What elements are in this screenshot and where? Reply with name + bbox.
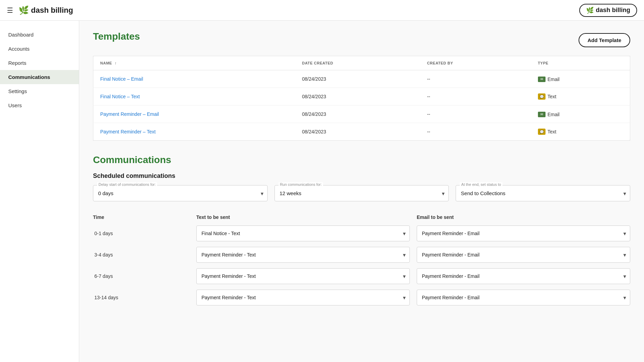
schedule-row: 13-14 daysFinal Notice - TextPayment Rem… [93,290,630,305]
text-dropdown-group: Final Notice - TextPayment Reminder - Te… [196,268,410,284]
col-created-by: CREATED BY [420,56,531,70]
end-status-label: At the end, set status to [460,182,502,187]
run-select[interactable]: 4 weeks8 weeks12 weeks16 weeks24 weeks [274,185,449,201]
main-content: Templates Add Template NAME ↑ DATE CREAT… [79,21,644,362]
brand-logo-text: dash billing [596,7,630,14]
schedule-time-label: 6-7 days [93,273,189,279]
run-dropdown-group: Run communications for: 4 weeks8 weeks12… [274,185,449,201]
text-select-1[interactable]: Final Notice - TextPayment Reminder - Te… [196,247,410,263]
delay-select[interactable]: 0 days1 day2 days3 days7 days [93,185,268,201]
template-date-cell: 08/24/2023 [295,70,420,88]
text-select-2[interactable]: Final Notice - TextPayment Reminder - Te… [196,268,410,284]
schedule-config-row: Delay start of communications for: 0 day… [93,185,630,201]
logo: 🌿 dash billing [19,6,73,15]
schedule-row: 6-7 daysFinal Notice - TextPayment Remin… [93,268,630,284]
text-select-0[interactable]: Final Notice - TextPayment Reminder - Te… [196,225,410,241]
email-dropdown-group: Final Notice - EmailPayment Reminder - E… [417,225,630,241]
communications-title: Communications [93,154,630,165]
schedule-time-label: 13-14 days [93,295,189,300]
text-type-icon: 💬 [538,93,546,100]
email-col-label: Email to be sent [417,212,630,223]
template-created-by-cell: -- [420,70,531,88]
schedule-time-label: 3-4 days [93,252,189,258]
brand-logo: 🌿 dash billing [579,4,637,17]
template-type-cell: 💬Text [531,123,630,141]
template-date-cell: 08/24/2023 [295,123,420,141]
schedule-table-header: Time Text to be sent Email to be sent [93,212,630,223]
email-select-0[interactable]: Final Notice - EmailPayment Reminder - E… [417,225,630,241]
layout: Dashboard Accounts Reports Communication… [0,21,644,362]
text-type-icon: 💬 [538,129,546,135]
sidebar-item-settings[interactable]: Settings [0,84,79,98]
template-name-cell[interactable]: Payment Reminder – Email [93,105,295,123]
hamburger-icon[interactable]: ☰ [7,6,13,14]
template-created-by-cell: -- [420,88,531,105]
brand-leaf-icon: 🌿 [586,7,594,14]
run-label: Run communications for: [279,182,323,187]
template-name-cell[interactable]: Payment Reminder – Text [93,123,295,141]
text-dropdown-group: Final Notice - TextPayment Reminder - Te… [196,225,410,241]
schedule-row: 3-4 daysFinal Notice - TextPayment Remin… [93,247,630,263]
template-created-by-cell: -- [420,123,531,141]
template-type-cell: ✉Email [531,105,630,123]
template-created-by-cell: -- [420,105,531,123]
text-col-label: Text to be sent [196,212,410,223]
table-row: Payment Reminder – Email08/24/2023--✉Ema… [93,105,630,123]
templates-header: Templates Add Template [93,31,630,49]
time-col-label: Time [93,212,189,223]
template-name-cell[interactable]: Final Notice – Text [93,88,295,105]
add-template-button[interactable]: Add Template [579,33,630,47]
end-status-dropdown-group: At the end, set status to Send to Collec… [456,185,630,201]
email-select-2[interactable]: Final Notice - EmailPayment Reminder - E… [417,268,630,284]
text-dropdown-group: Final Notice - TextPayment Reminder - Te… [196,290,410,305]
sort-name-icon: ↑ [115,61,117,65]
sidebar-item-reports[interactable]: Reports [0,56,79,70]
schedule-rows: 0-1 daysFinal Notice - TextPayment Remin… [93,225,630,305]
topbar-left: ☰ 🌿 dash billing [7,6,73,15]
table-row: Payment Reminder – Text08/24/2023--💬Text [93,123,630,141]
email-select-1[interactable]: Final Notice - EmailPayment Reminder - E… [417,247,630,263]
end-status-select[interactable]: Send to CollectionsClose AccountSuspend [456,185,630,201]
email-dropdown-group: Final Notice - EmailPayment Reminder - E… [417,290,630,305]
topbar: ☰ 🌿 dash billing 🌿 dash billing [0,0,644,21]
email-type-icon: ✉ [538,77,546,82]
email-select-3[interactable]: Final Notice - EmailPayment Reminder - E… [417,290,630,305]
col-date-created: DATE CREATED [295,56,420,70]
template-name-cell[interactable]: Final Notice – Email [93,70,295,88]
col-type: TYPE [531,56,630,70]
delay-dropdown-group: Delay start of communications for: 0 day… [93,185,268,201]
col-name: NAME ↑ [93,56,295,70]
templates-table: NAME ↑ DATE CREATED CREATED BY TYPE Fina… [93,56,630,141]
email-type-icon: ✉ [538,112,546,117]
sidebar-item-users[interactable]: Users [0,98,79,112]
email-dropdown-group: Final Notice - EmailPayment Reminder - E… [417,247,630,263]
schedule-time-label: 0-1 days [93,231,189,236]
sidebar-item-dashboard[interactable]: Dashboard [0,28,79,42]
email-dropdown-group: Final Notice - EmailPayment Reminder - E… [417,268,630,284]
template-type-cell: ✉Email [531,70,630,88]
sidebar-item-accounts[interactable]: Accounts [0,42,79,56]
table-row: Final Notice – Text08/24/2023--💬Text [93,88,630,105]
logo-leaf-icon: 🌿 [19,6,29,15]
template-date-cell: 08/24/2023 [295,105,420,123]
template-type-cell: 💬Text [531,88,630,105]
schedule-row: 0-1 daysFinal Notice - TextPayment Remin… [93,225,630,241]
logo-text: dash billing [31,6,73,15]
table-row: Final Notice – Email08/24/2023--✉Email [93,70,630,88]
delay-label: Delay start of communications for: [97,182,157,187]
sidebar-item-communications[interactable]: Communications [0,70,79,84]
scheduled-communications-title: Scheduled communications [93,172,630,180]
template-date-cell: 08/24/2023 [295,88,420,105]
sidebar: Dashboard Accounts Reports Communication… [0,21,79,362]
text-dropdown-group: Final Notice - TextPayment Reminder - Te… [196,247,410,263]
templates-title: Templates [93,31,140,42]
text-select-3[interactable]: Final Notice - TextPayment Reminder - Te… [196,290,410,305]
